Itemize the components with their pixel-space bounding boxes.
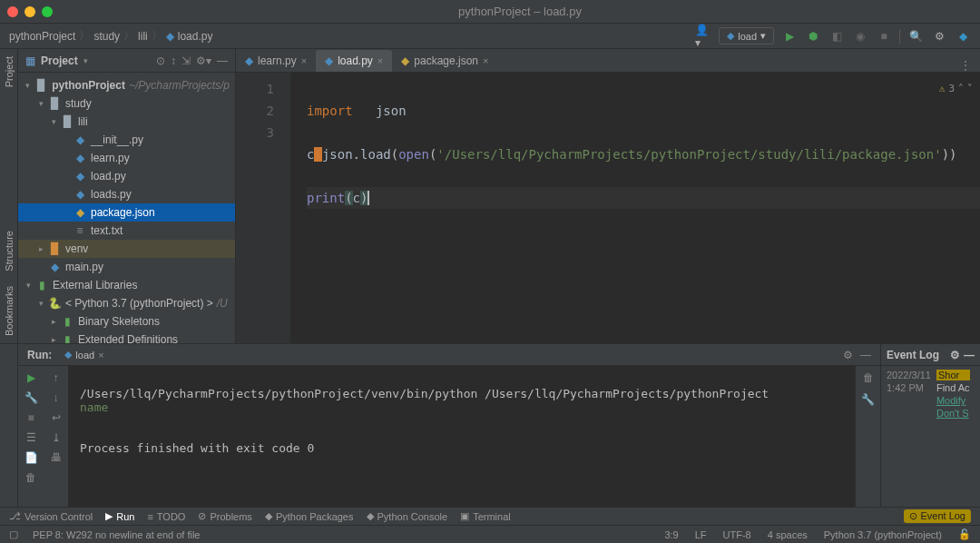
line-number[interactable]: 3 [236, 122, 274, 143]
close-tab-icon[interactable]: × [377, 55, 383, 66]
python-interpreter[interactable]: Python 3.7 (pythonProject) [824, 529, 942, 540]
trash-icon[interactable]: 🗑 [863, 371, 874, 384]
tree-file-learn[interactable]: ◆ learn.py [18, 149, 235, 167]
file-encoding[interactable]: UTF-8 [723, 529, 751, 540]
status-tool-window-icon[interactable]: ▢ [9, 528, 18, 540]
tools-icon[interactable]: 🔧 [861, 393, 875, 406]
chevron-down-icon[interactable]: ▾ [34, 99, 47, 108]
run-tool-button[interactable]: ▶ Run [105, 510, 134, 522]
project-tool-title[interactable]: Project [41, 54, 78, 67]
run-console[interactable]: /Users/llq/PycharmProjects/pythonProject… [69, 366, 855, 507]
tabs-menu-icon[interactable]: ⋮ [956, 59, 975, 72]
tree-file-load[interactable]: ◆ load.py [18, 167, 235, 185]
tree-file-package[interactable]: ◆ package.json [18, 203, 235, 222]
zoom-window-button[interactable] [42, 6, 53, 17]
caret-position[interactable]: 3:9 [664, 529, 678, 540]
crumb-project[interactable]: pythonProject [9, 30, 75, 43]
event-dont-show-link[interactable]: Don't S [936, 408, 970, 419]
tree-file-loads[interactable]: ◆ loads.py [18, 185, 235, 203]
event-log-body[interactable]: 2022/3/11 1:42 PM Shor Find Ac Modify Do… [881, 366, 980, 507]
editor-tab-load[interactable]: ◆ load.py × [316, 50, 392, 72]
profile-button[interactable]: ◉ [852, 28, 868, 44]
line-number-gutter[interactable]: 1 2 3 [236, 73, 290, 343]
print-icon[interactable]: 🖶 [51, 451, 62, 464]
breadcrumb[interactable]: pythonProject 〉 study 〉 lili 〉 ◆ load.py [9, 28, 695, 44]
trash-icon[interactable]: 🗑 [25, 471, 36, 484]
python-console-tool-button[interactable]: ◆ Python Console [367, 510, 448, 522]
version-control-tool-button[interactable]: ⎇ Version Control [9, 510, 93, 522]
tree-file-init[interactable]: ◆ __init__.py [18, 131, 235, 149]
inspection-widget[interactable]: ⚠ 3 ˄ ˅ [939, 78, 973, 100]
readonly-lock-icon[interactable]: 🔓 [958, 528, 971, 540]
run-button[interactable]: ▶ [781, 28, 798, 44]
close-tab-icon[interactable]: × [98, 350, 103, 360]
chevron-down-icon[interactable]: ▾ [83, 56, 88, 65]
line-number[interactable]: 1 [236, 78, 274, 100]
chevron-right-icon[interactable]: ▸ [34, 244, 47, 253]
tree-external-libraries[interactable]: ▾ ▮ External Libraries [18, 276, 235, 294]
settings-gear-icon[interactable]: ⚙ [843, 349, 853, 361]
settings-gear-icon[interactable]: ⚙ [950, 349, 960, 361]
chevron-right-icon[interactable]: ▸ [47, 335, 60, 343]
expand-all-button[interactable]: ↕ [171, 54, 176, 67]
editor-tab-learn[interactable]: ◆ learn.py × [236, 50, 316, 72]
soft-wrap-icon[interactable]: ↩ [52, 411, 61, 424]
ide-updates-icon[interactable]: ◆ [955, 28, 971, 44]
line-number[interactable]: 2 [236, 100, 274, 122]
stop-button[interactable]: ■ [27, 411, 34, 424]
search-everywhere-button[interactable]: 🔍 [907, 28, 924, 44]
down-icon[interactable]: ↓ [54, 391, 59, 404]
chevron-right-icon[interactable]: ▸ [47, 317, 60, 326]
code-editor[interactable]: 1 2 3 import json c=json.load(open('/Use… [236, 73, 980, 343]
close-tab-icon[interactable]: × [483, 55, 488, 66]
project-tree[interactable]: ▾ ▉ pythonProject ~/PycharmProjects/p ▾ … [18, 73, 235, 343]
tree-binary-skeletons[interactable]: ▸ ▮ Binary Skeletons [18, 312, 235, 331]
debug-button[interactable]: ⬢ [805, 28, 821, 44]
indent-config[interactable]: 4 spaces [768, 529, 808, 540]
tree-folder-venv[interactable]: ▸ ▉ venv [18, 240, 235, 258]
bookmarks-tool-button[interactable]: Bookmarks [4, 279, 15, 343]
chevron-down-icon[interactable]: ▾ [22, 281, 34, 290]
settings-gear-icon[interactable]: ⚙▾ [196, 54, 211, 67]
event-modify-link[interactable]: Modify [936, 395, 970, 406]
terminal-tool-button[interactable]: ▣ Terminal [460, 510, 511, 522]
export-icon[interactable]: 📄 [24, 451, 38, 464]
close-tab-icon[interactable]: × [301, 55, 307, 66]
tree-file-text[interactable]: ≡ text.txt [18, 222, 235, 240]
layout-icon[interactable]: ☰ [26, 431, 36, 444]
stop-button[interactable]: ■ [876, 28, 892, 44]
line-separator[interactable]: LF [695, 529, 707, 540]
scroll-to-end-icon[interactable]: ⤓ [52, 431, 61, 444]
tree-folder-study[interactable]: ▾ ▉ study [18, 94, 235, 113]
chevron-down-icon[interactable]: ▾ [22, 81, 34, 90]
chevron-up-icon[interactable]: ˄ [958, 78, 964, 100]
tree-file-main[interactable]: ◆ main.py [18, 258, 235, 276]
tree-root[interactable]: ▾ ▉ pythonProject ~/PycharmProjects/p [18, 76, 235, 94]
run-config-selector[interactable]: ◆ load ▾ [719, 27, 774, 44]
todo-tool-button[interactable]: ≡ TODO [147, 511, 185, 522]
chevron-down-icon[interactable]: ˅ [967, 78, 973, 100]
close-window-button[interactable] [7, 6, 18, 17]
problems-tool-button[interactable]: ⊘ Problems [198, 510, 251, 522]
select-opened-file-button[interactable]: ⊙ [156, 54, 165, 67]
python-packages-tool-button[interactable]: ◆ Python Packages [265, 510, 354, 522]
tree-extended-definitions[interactable]: ▸ ▮ Extended Definitions [18, 331, 235, 343]
tools-icon[interactable]: 🔧 [24, 391, 38, 404]
project-tool-button[interactable]: Project [4, 49, 15, 94]
crumb-file[interactable]: load.py [178, 30, 213, 43]
settings-button[interactable]: ⚙ [931, 28, 947, 44]
run-coverage-button[interactable]: ◧ [828, 28, 845, 44]
tree-folder-lili[interactable]: ▾ ▉ lili [18, 113, 235, 131]
chevron-down-icon[interactable]: ▾ [34, 299, 47, 308]
code-area[interactable]: import json c=json.load(open('/Users/llq… [290, 73, 980, 343]
chevron-down-icon[interactable]: ▾ [47, 117, 60, 126]
collapse-all-button[interactable]: ⇲ [181, 54, 191, 67]
hide-button[interactable]: — [217, 54, 228, 67]
run-tab[interactable]: ◆ load × [64, 349, 103, 360]
rerun-button[interactable]: ▶ [27, 371, 35, 384]
up-icon[interactable]: ↑ [54, 371, 59, 384]
editor-tab-package[interactable]: ◆ package.json × [392, 50, 497, 72]
structure-tool-button[interactable]: Structure [4, 223, 15, 279]
hide-button[interactable]: — [860, 349, 871, 361]
add-user-icon[interactable]: 👤▾ [695, 28, 711, 44]
